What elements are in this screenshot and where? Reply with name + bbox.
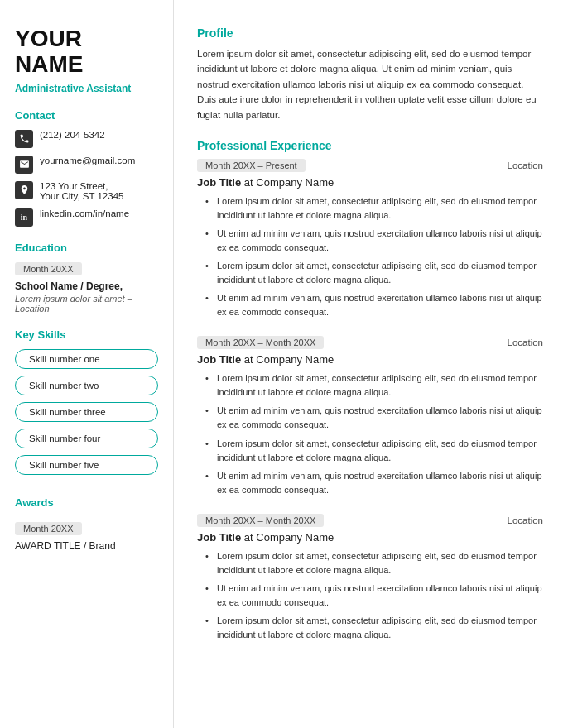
bullet: Lorem ipsum dolor sit amet, consectetur … bbox=[205, 194, 543, 223]
experience-entry-1: Month 20XX – Present Location Job Title … bbox=[197, 159, 543, 319]
first-name: YOUR bbox=[15, 26, 158, 52]
exp-date-2: Month 20XX – Month 20XX bbox=[197, 336, 324, 349]
exp-header-3: Month 20XX – Month 20XX Location bbox=[197, 514, 543, 527]
bullet: Lorem ipsum dolor sit amet, consectetur … bbox=[205, 549, 543, 577]
award-title: AWARD TITLE / Brand bbox=[15, 540, 158, 552]
name-block: YOUR NAME bbox=[15, 26, 158, 78]
address-item: 123 Your Street, Your City, ST 12345 bbox=[15, 181, 158, 201]
skill-5: Skill number five bbox=[15, 455, 158, 475]
exp-date-1: Month 20XX – Present bbox=[197, 159, 306, 172]
edu-detail: Lorem ipsum dolor sit amet – Location bbox=[15, 294, 158, 314]
experience-heading: Professional Experience bbox=[197, 139, 543, 152]
email-address: yourname@gmail.com bbox=[40, 156, 135, 165]
exp-location-2: Location bbox=[508, 338, 543, 347]
bullet: Lorem ipsum dolor sit amet, consectetur … bbox=[205, 614, 543, 642]
awards-heading: Awards bbox=[15, 496, 158, 509]
education-heading: Education bbox=[15, 242, 158, 254]
experience-entry-3: Month 20XX – Month 20XX Location Job Tit… bbox=[197, 514, 543, 642]
experience-entry-2: Month 20XX – Month 20XX Location Job Tit… bbox=[197, 336, 543, 496]
linkedin-item: in linkedin.com/in/name bbox=[15, 208, 158, 227]
email-item: yourname@gmail.com bbox=[15, 156, 158, 174]
award-date: Month 20XX bbox=[15, 522, 82, 535]
exp-location-1: Location bbox=[508, 160, 543, 170]
phone-number: (212) 204-5342 bbox=[40, 130, 105, 140]
location-icon bbox=[15, 181, 33, 199]
contact-list: (212) 204-5342 yourname@gmail.com 123 Yo… bbox=[15, 130, 158, 227]
bullet: Ut enim ad minim veniam, quis nostrud ex… bbox=[205, 404, 543, 432]
exp-jobtitle-1: Job Title at Company Name bbox=[197, 176, 543, 189]
edu-date: Month 20XX bbox=[15, 262, 82, 275]
bullet: Lorem ipsum dolor sit amet, consectetur … bbox=[205, 259, 543, 287]
job-title: Administrative Assistant bbox=[15, 83, 158, 94]
skill-1: Skill number one bbox=[15, 349, 158, 369]
last-name: NAME bbox=[15, 52, 158, 78]
bullet: Ut enim ad minim veniam, quis nostrud ex… bbox=[205, 291, 543, 319]
phone-item: (212) 204-5342 bbox=[15, 130, 158, 148]
edu-school: School Name / Degree, bbox=[15, 280, 158, 292]
exp-header-1: Month 20XX – Present Location bbox=[197, 159, 543, 172]
exp-location-3: Location bbox=[508, 515, 543, 525]
bullet: Lorem ipsum dolor sit amet, consectetur … bbox=[205, 437, 543, 465]
contact-heading: Contact bbox=[15, 109, 158, 122]
bullet: Lorem ipsum dolor sit amet, consectetur … bbox=[205, 371, 543, 400]
skills-heading: Key Skills bbox=[15, 328, 158, 341]
phone-icon bbox=[15, 130, 33, 148]
address-text: 123 Your Street, Your City, ST 12345 bbox=[40, 181, 123, 201]
linkedin-url: linkedin.com/in/name bbox=[40, 208, 129, 218]
email-icon bbox=[15, 156, 33, 174]
linkedin-icon: in bbox=[15, 208, 33, 227]
exp-bullets-2: Lorem ipsum dolor sit amet, consectetur … bbox=[197, 371, 543, 496]
exp-bullets-1: Lorem ipsum dolor sit amet, consectetur … bbox=[197, 194, 543, 319]
skills-list: Skill number one Skill number two Skill … bbox=[15, 349, 158, 481]
exp-jobtitle-2: Job Title at Company Name bbox=[197, 353, 543, 366]
exp-date-3: Month 20XX – Month 20XX bbox=[197, 514, 324, 527]
skill-2: Skill number two bbox=[15, 376, 158, 395]
resume-container: YOUR NAME Administrative Assistant Conta… bbox=[0, 0, 563, 728]
bullet: Ut enim ad minim veniam, quis nostrud ex… bbox=[205, 227, 543, 255]
skill-4: Skill number four bbox=[15, 429, 158, 448]
exp-jobtitle-3: Job Title at Company Name bbox=[197, 531, 543, 544]
profile-text: Lorem ipsum dolor sit amet, consectetur … bbox=[197, 46, 543, 122]
profile-heading: Profile bbox=[197, 26, 543, 40]
bullet: Ut enim ad minim veniam, quis nostrud ex… bbox=[205, 469, 543, 497]
skill-3: Skill number three bbox=[15, 402, 158, 422]
main-content: Profile Lorem ipsum dolor sit amet, cons… bbox=[174, 0, 563, 728]
sidebar: YOUR NAME Administrative Assistant Conta… bbox=[0, 0, 174, 728]
exp-bullets-3: Lorem ipsum dolor sit amet, consectetur … bbox=[197, 549, 543, 642]
exp-header-2: Month 20XX – Month 20XX Location bbox=[197, 336, 543, 349]
bullet: Ut enim ad minim veniam, quis nostrud ex… bbox=[205, 582, 543, 610]
